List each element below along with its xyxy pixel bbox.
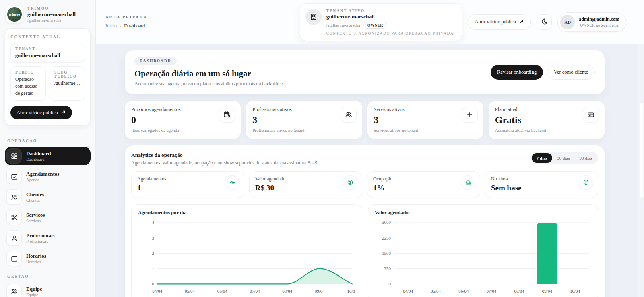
active-tenant-card: TENANT ATIVO guilherme-marschall /guilhe… [300, 3, 462, 41]
chart-title: Agendamentos por dia [138, 210, 355, 216]
svg-text:10/04: 10/04 [347, 289, 355, 293]
kpi-value: 1% [373, 184, 474, 193]
breadcrumb-current: Dashboard [124, 23, 145, 29]
sidebar-item-dashboard[interactable]: DashboardDashboard [5, 147, 91, 165]
svg-text:09/04: 09/04 [315, 289, 325, 293]
ver-como-cliente-button[interactable]: Ver como cliente [547, 65, 595, 80]
tenant-sync-note: CONTEXTO SINCRONIZADO PARA OPERACAO PRIV… [326, 31, 454, 35]
svg-text:3: 3 [152, 236, 154, 240]
activity-icon [225, 175, 239, 190]
breadcrumb-home[interactable]: Início [105, 23, 117, 29]
stat-card-proximos-agendamentos: Proximos agendamentos 0 Itens carregados… [125, 101, 241, 139]
area-label: AREA PRIVADA [105, 15, 147, 19]
svg-text:09/04: 09/04 [542, 289, 552, 293]
svg-text:1: 1 [152, 266, 154, 271]
arrow-up-right-icon [519, 19, 524, 25]
sidebar-item-servicos[interactable]: ServicosServicos [5, 208, 91, 227]
scissors-icon [6, 210, 22, 225]
plus-icon [462, 107, 478, 123]
avatar: AD [560, 15, 575, 29]
chart-card-agendamentos-por-dia: Agendamentos por dia 0123404/0405/0406/0… [131, 204, 361, 297]
trimoo-logo: trimoo [6, 6, 23, 23]
app-root: trimoo TRIMOO guilherme-marschall /guilh… [0, 0, 644, 297]
svg-text:07/04: 07/04 [250, 289, 260, 293]
nav-section-gestao: GESTAO [7, 274, 88, 279]
svg-text:05/04: 05/04 [431, 289, 441, 293]
context-slug-box: SLUG PUBLICO /guilherme-marscha [50, 66, 85, 101]
nav-label: Servicos [26, 212, 45, 218]
main-area: DASHBOARD Operação diária em um só lugar… [96, 44, 644, 297]
tenant-ativo-slug: /guilherme-marscha [326, 23, 360, 27]
chart-agendamentos-por-dia: 0123404/0405/0406/0407/0408/0409/0410/04 [138, 218, 355, 296]
nav-label: Horarios [26, 253, 46, 259]
context-perfil-value: Operacao com acesso de gestao [15, 76, 41, 97]
nav-sub: Servicos [26, 219, 45, 223]
grid-icon [6, 148, 22, 164]
svg-text:08/04: 08/04 [282, 289, 292, 293]
dashboard-badge: DASHBOARD [134, 57, 177, 65]
sidebar-item-agendamentos[interactable]: AgendamentosAgenda [5, 167, 91, 186]
scrollbar-thumb[interactable] [640, 102, 643, 198]
sidebar-item-horarios[interactable]: HorariosHorarios [5, 249, 91, 268]
open-storefront-button-sidebar[interactable]: Abrir vitrine publica [10, 106, 72, 119]
sidebar-divider [6, 132, 90, 132]
context-heading: CONTEXTO ATUAL [10, 35, 85, 39]
sidebar-item-profissionais[interactable]: ProfissionaisProfissionais [5, 229, 91, 247]
nav-sub: Dashboard [26, 157, 51, 162]
arrow-up-right-icon [61, 109, 66, 116]
svg-text:05/04: 05/04 [185, 289, 195, 293]
trimoo-logo-icon: trimoo [7, 7, 22, 22]
svg-text:750: 750 [384, 266, 391, 271]
brand: trimoo TRIMOO guilherme-marschall /guilh… [5, 5, 91, 28]
tenant-ativo-label: TENANT ATIVO [326, 9, 454, 13]
content-column: AREA PRIVADA Início › Dashboard TENANT A… [96, 0, 644, 297]
stat-card-servicos-ativos: Servicos ativos 3 Servicos ativos no ten… [367, 101, 483, 139]
context-tenant-label: TENANT [15, 47, 80, 51]
nav-sub: Agenda [26, 178, 59, 182]
nav-label: Agendamentos [26, 171, 59, 177]
tab-90-dias[interactable]: 90 dias [575, 153, 597, 163]
page-title: Operação diária em um só lugar [134, 69, 491, 79]
tab-30-dias[interactable]: 30 dias [552, 153, 574, 163]
tab-7-dias[interactable]: 7 dias [532, 153, 552, 163]
sidebar-item-clientes[interactable]: ClientesClientes [5, 188, 91, 206]
context-slug-value: /guilherme-marscha [54, 80, 80, 87]
users-icon [6, 189, 22, 205]
revisar-onboarding-button[interactable]: Revisar onboarding [491, 65, 543, 80]
kpi-valor-agendado: Valor agendado R$ 30 [249, 171, 362, 198]
open-storefront-button-header[interactable]: Abrir vitrine publica [468, 14, 531, 30]
tenant-ativo-name: guilherme-marschall [326, 14, 454, 20]
owner-badge: OWNER [363, 22, 387, 29]
svg-text:1500: 1500 [382, 251, 391, 256]
svg-text:06/04: 06/04 [458, 289, 469, 293]
user-email: admin@admin.com [579, 16, 619, 23]
nav-label: Dashboard [26, 150, 51, 157]
context-tenant-value: guilherme-marschall [15, 53, 80, 59]
breadcrumb: Início › Dashboard [105, 23, 147, 29]
nav-label: Profissionais [26, 232, 55, 239]
svg-text:2250: 2250 [382, 236, 391, 240]
svg-text:04/04: 04/04 [403, 289, 413, 293]
svg-text:04/04: 04/04 [152, 289, 162, 293]
chart-title: Valor agendado [375, 210, 591, 216]
context-card: CONTEXTO ATUAL TENANT guilherme-marschal… [5, 28, 91, 126]
sidebar-item-equipe[interactable]: EquipeEquipe [5, 282, 91, 297]
theme-toggle-button[interactable] [537, 14, 552, 30]
svg-text:4: 4 [152, 220, 154, 225]
moon-icon [541, 18, 548, 26]
analytics-subtitle: Agendamentos, valor agendado, ocupação e… [131, 160, 319, 166]
context-tenant-box: TENANT guilherme-marschall [10, 43, 85, 63]
svg-text:3000: 3000 [382, 220, 391, 225]
user-menu[interactable]: AD admin@admin.com OWNER no tenant atual [557, 12, 626, 32]
kpi-value: 1 [137, 184, 238, 193]
range-tabs: 7 dias 30 dias 90 dias [530, 152, 598, 164]
stats-row: Proximos agendamentos 0 Itens carregados… [125, 101, 605, 139]
svg-text:0: 0 [152, 281, 154, 286]
calendar-check-icon [6, 169, 22, 184]
calendar-clock-icon [219, 107, 235, 123]
brand-tenant-slug: /guilherme-marscha [27, 18, 76, 23]
chevron-right-icon: › [120, 23, 121, 29]
seat-icon [461, 175, 475, 190]
svg-text:06/04: 06/04 [217, 289, 227, 293]
users-icon [341, 107, 357, 123]
